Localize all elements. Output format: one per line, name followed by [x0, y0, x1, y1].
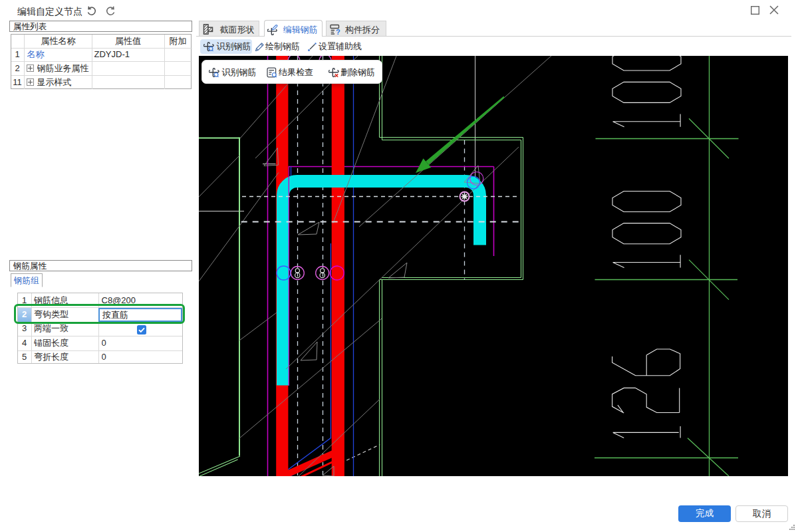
svg-text:?: ?: [336, 27, 340, 35]
